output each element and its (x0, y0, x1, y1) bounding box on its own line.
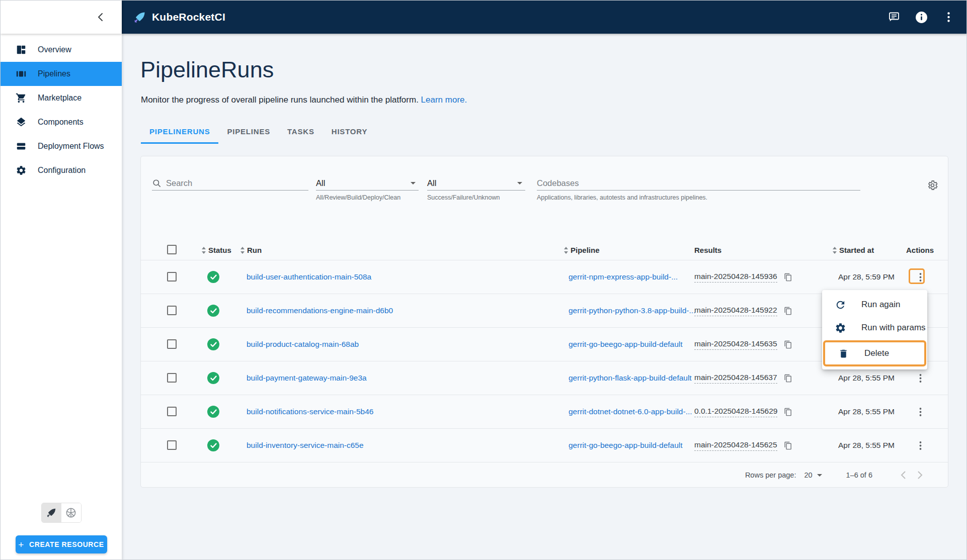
column-header-pipeline[interactable]: Pipeline (563, 246, 694, 254)
status-success-icon (207, 439, 219, 451)
filter-bar: All All/Review/Build/Deploy/Clean All Su… (141, 156, 948, 202)
run-link[interactable]: build-inventory-service-main-c65e (247, 441, 364, 449)
plus-icon: + (18, 540, 24, 549)
sidebar-nav: Overview Pipelines Marketplace Component… (1, 38, 122, 182)
sidebar-header (1, 1, 122, 34)
kubernetes-wheel-icon (65, 507, 77, 519)
chevron-left-icon (97, 13, 104, 22)
sidebar-item-configuration[interactable]: Configuration (1, 158, 122, 182)
search-input[interactable] (166, 178, 302, 188)
results-value[interactable]: 0.0.1-20250428-145629 (694, 407, 777, 417)
layers-icon (15, 116, 27, 128)
copy-icon[interactable] (784, 273, 792, 282)
row-actions-button[interactable] (913, 404, 928, 419)
sort-icon[interactable] (240, 247, 245, 254)
sort-icon[interactable] (832, 247, 837, 254)
table-header: Status Run Pipeline Results (141, 240, 948, 260)
column-header-status[interactable]: Status (201, 246, 240, 254)
pipeline-link[interactable]: gerrit-go-beego-app-build-default (569, 441, 683, 449)
tab-pipelines[interactable]: PIPELINES (218, 122, 279, 144)
copy-icon[interactable] (784, 441, 792, 450)
sidebar-item-pipelines[interactable]: Pipelines (1, 62, 122, 86)
codebases-helper: Applications, libraries, autotests and i… (537, 194, 860, 201)
copy-icon[interactable] (784, 408, 792, 416)
pipeline-link[interactable]: gerrit-dotnet-dotnet-6.0-app-build-... (569, 407, 692, 416)
chevron-right-icon (918, 471, 923, 479)
dropdown-arrow-icon (817, 474, 822, 477)
copy-icon[interactable] (784, 374, 792, 383)
codebases-field: Applications, libraries, autotests and i… (537, 176, 860, 201)
copy-icon[interactable] (784, 340, 792, 349)
run-link[interactable]: build-user-authentication-main-508a (247, 272, 371, 281)
tab-tasks[interactable]: TASKS (279, 122, 323, 144)
select-all-checkbox[interactable] (167, 245, 177, 254)
run-link[interactable]: build-product-catalog-main-68ab (247, 340, 359, 348)
status-success-icon (207, 338, 219, 350)
tab-pipelineruns[interactable]: PIPELINERUNS (141, 122, 218, 144)
sidebar-item-overview[interactable]: Overview (1, 38, 122, 62)
view-mode-toggle (41, 503, 82, 523)
sidebar-item-deployment-flows[interactable]: Deployment Flows (1, 134, 122, 158)
status-select[interactable]: All Success/Failure/Unknown (427, 176, 525, 201)
codebases-input[interactable] (537, 178, 860, 188)
table-settings-button[interactable] (925, 177, 940, 193)
results-value[interactable]: main-20250428-145922 (694, 306, 777, 316)
feedback-button[interactable] (887, 10, 901, 24)
pipeline-type-select[interactable]: All All/Review/Build/Deploy/Clean (316, 176, 419, 201)
results-value[interactable]: main-20250428-145936 (694, 272, 777, 283)
column-header-run[interactable]: Run (240, 246, 563, 254)
row-checkbox[interactable] (167, 407, 177, 416)
shopping-cart-icon (15, 92, 27, 104)
run-link[interactable]: build-payment-gateway-main-9e3a (247, 374, 367, 382)
status-select-value: All (427, 178, 436, 188)
app-menu-button[interactable] (941, 10, 955, 24)
row-actions-button[interactable] (913, 370, 928, 386)
create-resource-button[interactable]: + CREATE RESOURCE (16, 535, 107, 553)
kubernetes-view-button[interactable] (61, 503, 81, 522)
tab-bar: PIPELINERUNS PIPELINES TASKS HISTORY (141, 122, 967, 144)
next-page-button[interactable] (912, 466, 929, 484)
row-checkbox[interactable] (167, 306, 177, 315)
results-value[interactable]: main-20250428-145635 (694, 339, 777, 350)
info-circle-icon (915, 11, 928, 24)
column-header-started-at[interactable]: Started at (831, 246, 906, 254)
rocket-quill-icon (46, 507, 57, 518)
row-checkbox[interactable] (167, 339, 177, 349)
run-link[interactable]: build-recommendations-engine-main-d6b0 (247, 306, 393, 315)
row-checkbox[interactable] (167, 440, 177, 450)
rows-per-page-select[interactable]: 20 (804, 471, 825, 479)
pipeline-link[interactable]: gerrit-npm-express-app-build-... (569, 272, 678, 281)
row-actions-button[interactable] (913, 438, 928, 453)
kebab-menu-icon (947, 12, 950, 22)
copy-icon[interactable] (784, 307, 792, 315)
sidebar-item-components[interactable]: Components (1, 110, 122, 134)
menu-item-run-with-params[interactable]: Run with params (822, 316, 927, 339)
kuberocketci-view-button[interactable] (42, 503, 61, 522)
row-actions-button[interactable] (913, 269, 928, 285)
tab-history[interactable]: HISTORY (323, 122, 376, 144)
sidebar-collapse-button[interactable] (95, 11, 106, 24)
sort-icon[interactable] (563, 247, 569, 254)
sidebar-item-marketplace[interactable]: Marketplace (1, 86, 122, 110)
info-button[interactable] (914, 10, 928, 24)
learn-more-link[interactable]: Learn more. (421, 95, 467, 105)
sidebar: Overview Pipelines Marketplace Component… (1, 1, 122, 560)
pipeline-link[interactable]: gerrit-python-flask-app-build-default (569, 374, 692, 382)
menu-item-delete[interactable]: Delete (825, 342, 924, 364)
table-row: build-user-authentication-main-508a gerr… (141, 260, 948, 294)
search-field (152, 176, 308, 191)
row-checkbox[interactable] (167, 373, 177, 383)
results-value[interactable]: main-20250428-145637 (694, 373, 777, 384)
pipeline-link[interactable]: gerrit-python-python-3.8-app-build-... (569, 306, 695, 315)
previous-page-button[interactable] (895, 466, 912, 484)
row-checkbox[interactable] (167, 272, 177, 282)
pipeline-link[interactable]: gerrit-go-beego-app-build-default (569, 340, 683, 348)
app-title: KubeRocketCI (152, 11, 225, 23)
dropdown-arrow-icon (411, 182, 416, 184)
menu-item-run-again[interactable]: Run again (822, 293, 927, 316)
results-value[interactable]: main-20250428-145625 (694, 440, 777, 451)
sort-icon[interactable] (201, 247, 206, 254)
run-link[interactable]: build-notifications-service-main-5b46 (247, 407, 373, 416)
search-icon (152, 178, 162, 188)
chat-bubble-icon (888, 11, 900, 23)
